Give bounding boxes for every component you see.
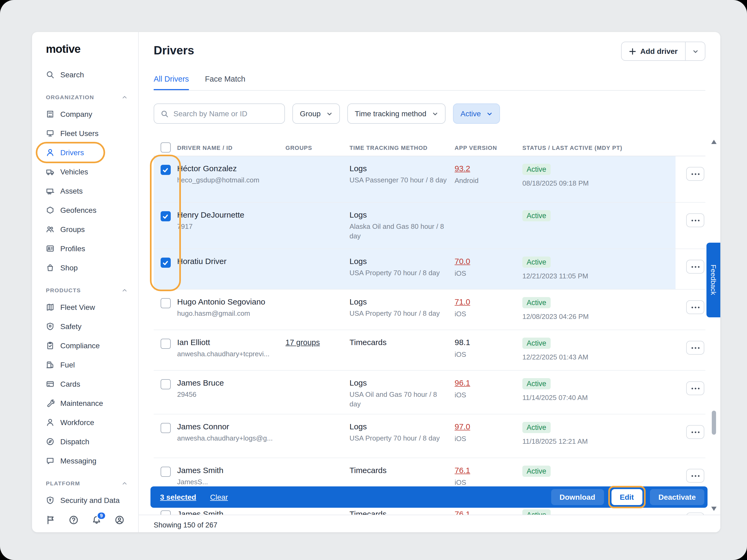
edit-button[interactable]: Edit [611, 489, 642, 505]
table-row[interactable]: James Bruce29456 LogsUSA Oil and Gas 70 … [154, 371, 705, 415]
table-row[interactable]: Ian Elliottanwesha.chaudhary+tcprevi... … [154, 330, 705, 371]
app-version-link[interactable]: 96.1 [455, 378, 470, 387]
people-icon [46, 225, 54, 234]
sidebar-item-dispatch[interactable]: Dispatch [32, 432, 138, 451]
column-header-groups[interactable]: GROUPS [285, 144, 350, 151]
account-avatar-icon[interactable] [115, 515, 124, 525]
select-all-checkbox[interactable] [160, 142, 171, 153]
row-menu-button[interactable] [686, 167, 704, 181]
app-version-link[interactable]: 71.0 [455, 297, 470, 306]
help-icon[interactable] [69, 515, 78, 525]
app-version-link[interactable]: 97.0 [455, 422, 470, 431]
table-row[interactable]: Héctor Gonzalezheco_gsdup@hotmail.com Lo… [154, 156, 705, 203]
bulk-actions-bar: 3 selected Clear Download Edit Deactivat… [151, 486, 707, 508]
sidebar-item-fuel[interactable]: Fuel [32, 355, 138, 374]
driver-search-input[interactable] [174, 109, 278, 118]
tab-face-match[interactable]: Face Match [205, 75, 246, 91]
sidebar-section-products[interactable]: PRODUCTS [32, 277, 138, 298]
status-badge: Active [522, 338, 551, 349]
row-checkbox[interactable] [160, 379, 171, 389]
sidebar-section-platform[interactable]: PLATFORM [32, 471, 138, 491]
sidebar-item-shop[interactable]: Shop [32, 258, 138, 277]
status-filter-dropdown[interactable]: Active [453, 104, 500, 124]
shopping-bag-icon [46, 264, 54, 272]
roadmap-flag-icon[interactable] [46, 515, 55, 525]
app-version-link[interactable]: 76.1 [455, 465, 470, 475]
row-menu-button[interactable] [686, 381, 704, 395]
sidebar-item-security-and-data[interactable]: Security and Data [32, 491, 138, 510]
table-row[interactable]: Hugo Antonio Segovianohugo.hasm@gmail.co… [154, 290, 705, 330]
scrollbar-thumb[interactable] [712, 411, 716, 435]
sidebar-item-maintenance[interactable]: Maintenance [32, 394, 138, 413]
app-version-link[interactable]: 70.0 [455, 257, 470, 266]
sidebar-item-workforce[interactable]: Workforce [32, 413, 138, 432]
download-button[interactable]: Download [551, 489, 604, 505]
row-checkbox[interactable] [160, 339, 171, 349]
app-window: motive Search ORGANIZATION Company [32, 32, 720, 532]
column-header-driver-name[interactable]: DRIVER NAME / ID [177, 144, 285, 151]
page-title: Drivers [154, 44, 194, 58]
status-badge: Active [522, 210, 551, 221]
row-checkbox[interactable] [160, 298, 171, 308]
sidebar-item-geofences[interactable]: Geofences [32, 201, 138, 220]
wrench-icon [46, 399, 54, 407]
table-row[interactable]: Horatiu Driver LogsUSA Property 70 hour … [154, 249, 705, 290]
row-checkbox[interactable] [160, 165, 171, 175]
chevron-down-icon [327, 111, 332, 116]
app-version-link[interactable]: 76.1 [455, 509, 470, 515]
sidebar-item-profiles[interactable]: Profiles [32, 239, 138, 258]
feedback-tab[interactable]: Feedback [706, 243, 720, 317]
groups-link[interactable]: 17 groups [285, 338, 320, 347]
sidebar-bottom-toolbar: 9 [32, 515, 138, 532]
row-menu-button[interactable] [686, 300, 704, 314]
sidebar-item-groups[interactable]: Groups [32, 220, 138, 239]
scroll-down-arrow[interactable] [710, 506, 718, 512]
sidebar-section-organization[interactable]: ORGANIZATION [32, 84, 138, 105]
search-icon [46, 71, 54, 79]
sidebar-item-search[interactable]: Search [32, 65, 138, 84]
row-checkbox[interactable] [160, 211, 171, 221]
time-tracking-method-filter-dropdown[interactable]: Time tracking method [347, 104, 445, 124]
column-header-time-tracking[interactable]: TIME TRACKING METHOD [350, 144, 455, 151]
add-driver-button[interactable]: Add driver [622, 42, 686, 60]
column-header-status[interactable]: STATUS / LAST ACTIVE (MDY PT) [522, 144, 675, 151]
table-row[interactable]: James Connoranwesha.chaudhary+logs@g... … [154, 415, 705, 458]
status-badge: Active [522, 378, 551, 389]
sidebar-item-compliance[interactable]: Compliance [32, 336, 138, 355]
sidebar-item-company[interactable]: Company [32, 105, 138, 124]
row-menu-button[interactable] [686, 213, 704, 227]
column-header-app-version[interactable]: APP VERSION [455, 144, 522, 151]
sidebar: motive Search ORGANIZATION Company [32, 32, 139, 532]
tab-bar: All Drivers Face Match [154, 75, 246, 91]
notifications-bell-icon[interactable]: 9 [92, 515, 101, 525]
row-menu-button[interactable] [686, 469, 704, 483]
row-menu-button[interactable] [686, 341, 704, 355]
row-checkbox[interactable] [160, 510, 171, 515]
sidebar-item-fleet-users[interactable]: Fleet Users [32, 124, 138, 143]
table-scrollbar[interactable] [710, 139, 718, 512]
sidebar-item-messaging[interactable]: Messaging [32, 451, 138, 471]
table-row[interactable]: Henry DeJournette7917 LogsAlaska Oil and… [154, 203, 705, 249]
row-checkbox[interactable] [160, 258, 171, 268]
row-checkbox[interactable] [160, 466, 171, 477]
chevron-up-icon [122, 288, 128, 293]
chevron-up-icon [122, 95, 128, 100]
deactivate-button[interactable]: Deactivate [650, 489, 704, 505]
sidebar-item-safety[interactable]: Safety [32, 317, 138, 336]
app-version-link[interactable]: 93.2 [455, 164, 470, 173]
sidebar-item-cards[interactable]: Cards [32, 374, 138, 394]
sidebar-item-drivers[interactable]: Drivers [32, 143, 138, 162]
sidebar-item-vehicles[interactable]: Vehicles [32, 162, 138, 181]
sidebar-item-assets[interactable]: Assets [32, 181, 138, 201]
sidebar-item-fleet-view[interactable]: Fleet View [32, 298, 138, 317]
tab-all-drivers[interactable]: All Drivers [154, 75, 189, 91]
selected-count-link[interactable]: 3 selected [160, 493, 196, 501]
group-filter-dropdown[interactable]: Group [292, 104, 340, 124]
row-menu-button[interactable] [686, 425, 704, 439]
clear-selection-link[interactable]: Clear [210, 493, 228, 501]
row-menu-button[interactable] [686, 260, 704, 274]
row-menu-button[interactable] [686, 512, 704, 515]
add-driver-dropdown-button[interactable] [686, 42, 705, 60]
scroll-up-arrow[interactable] [710, 139, 718, 145]
row-checkbox[interactable] [160, 423, 171, 433]
